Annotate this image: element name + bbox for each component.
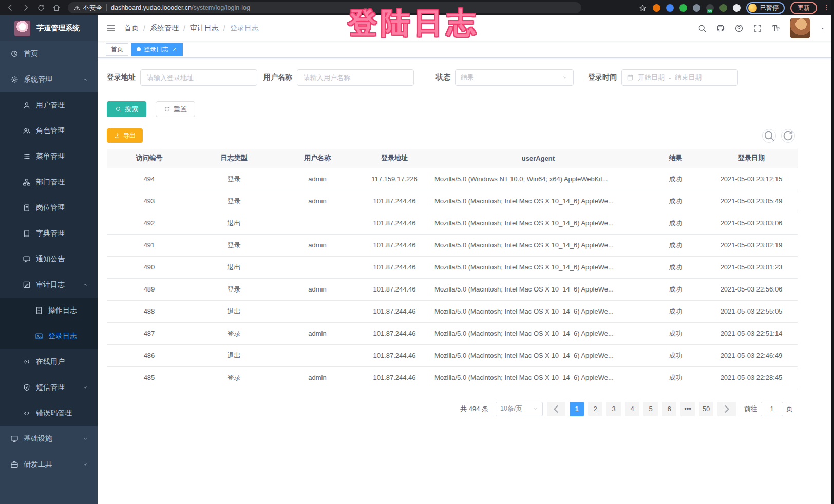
list-extension-icon[interactable]: on	[706, 4, 714, 12]
search-button[interactable]: 搜索	[107, 101, 146, 117]
table-cell: 2021-05-03 23:03:06	[705, 212, 798, 234]
refresh-table-button[interactable]	[781, 129, 795, 143]
reload-icon[interactable]	[37, 4, 45, 12]
page-button-2[interactable]: 2	[588, 402, 602, 416]
sidebar-item-tree[interactable]: 部门管理	[0, 169, 98, 195]
sidebar-item-gear[interactable]: 系统管理	[0, 67, 98, 92]
reset-button[interactable]: 重置	[156, 101, 195, 117]
tag-item[interactable]: 首页	[106, 43, 128, 56]
table-row[interactable]: 486退出101.87.244.46Mozilla/5.0 (Macintosh…	[107, 344, 798, 366]
page-button-4[interactable]: 4	[625, 402, 639, 416]
user-avatar[interactable]	[790, 18, 810, 38]
orange-extension-icon[interactable]	[653, 4, 660, 12]
hamburger-icon[interactable]	[106, 23, 116, 33]
infra-icon	[10, 435, 18, 443]
page-button-6[interactable]: 6	[662, 402, 676, 416]
goto-label: 前往	[744, 404, 757, 414]
announce-icon	[23, 255, 31, 263]
sidebar-item-dict[interactable]: 字典管理	[0, 221, 98, 246]
blue-gem-extension-icon[interactable]	[666, 4, 674, 12]
grid-extension-icon[interactable]	[693, 4, 700, 12]
table-row[interactable]: 494登录admin117.159.17.226Mozilla/5.0 (Win…	[107, 168, 798, 190]
home-icon[interactable]	[52, 4, 61, 12]
table-row[interactable]: 491登录admin101.87.244.46Mozilla/5.0 (Maci…	[107, 234, 798, 256]
table-cell: 101.87.244.46	[358, 300, 430, 322]
page-size-select[interactable]: 10条/页	[496, 402, 543, 416]
forward-icon[interactable]	[22, 4, 30, 12]
help-icon[interactable]	[734, 24, 744, 33]
app-logo-row[interactable]: 芋道管理系统	[0, 15, 98, 41]
table-row[interactable]: 492退出101.87.244.46Mozilla/5.0 (Macintosh…	[107, 212, 798, 234]
table-cell: 490	[107, 256, 192, 278]
export-button[interactable]: 导出	[107, 128, 143, 143]
table-cell: 489	[107, 278, 192, 300]
github-icon[interactable]	[716, 24, 725, 33]
sidebar-item-menu-list[interactable]: 菜单管理	[0, 144, 98, 169]
sidebar-item-online[interactable]: 在线用户	[0, 349, 98, 375]
sidebar-item-code[interactable]: 错误码管理	[0, 400, 98, 426]
window-edge-scrollbar[interactable]	[831, 0, 834, 504]
table-row[interactable]: 488退出101.87.244.46Mozilla/5.0 (Macintosh…	[107, 300, 798, 322]
login-address-input[interactable]	[140, 69, 257, 86]
search-form: 登录地址 用户名称 状态 结果 登录时间 开始日期 - 结束日期	[107, 69, 834, 86]
browser-menu-icon[interactable]	[823, 4, 830, 12]
sidebar-item-sms[interactable]: 短信管理	[0, 375, 98, 400]
sidebar-item-audit[interactable]: 审计日志	[0, 272, 98, 298]
breadcrumb-item[interactable]: 首页	[124, 24, 139, 33]
sidebar-item-infra[interactable]: 基础设施	[0, 426, 98, 452]
tag-label: 首页	[111, 45, 123, 54]
goto-page-input[interactable]	[761, 402, 783, 416]
dark-green-extension-icon[interactable]	[719, 4, 727, 12]
puzzle-extension-icon[interactable]	[733, 4, 741, 12]
font-size-icon[interactable]	[771, 24, 781, 33]
sidebar-item-tools[interactable]: 研发工具	[0, 452, 98, 477]
more-pages-button[interactable]: •••	[680, 402, 695, 416]
next-page-button[interactable]	[717, 402, 736, 416]
username-input[interactable]	[297, 69, 414, 86]
breadcrumb-item[interactable]: 系统管理	[150, 24, 179, 33]
refresh-icon	[164, 106, 170, 112]
page-button-3[interactable]: 3	[606, 402, 621, 416]
back-icon[interactable]	[6, 4, 14, 12]
table-row[interactable]: 487登录admin101.87.244.46Mozilla/5.0 (Maci…	[107, 322, 798, 344]
prev-page-button[interactable]	[547, 402, 565, 416]
chevron-down-icon	[82, 461, 88, 468]
sidebar-item-badge[interactable]: 岗位管理	[0, 195, 98, 221]
table-row[interactable]: 489登录admin101.87.244.46Mozilla/5.0 (Maci…	[107, 278, 798, 300]
table-cell: Mozilla/5.0 (Macintosh; Intel Mac OS X 1…	[430, 234, 646, 256]
sidebar-item-announce[interactable]: 通知公告	[0, 246, 98, 272]
active-dot-icon	[137, 47, 141, 51]
bookmark-star-icon[interactable]	[638, 4, 647, 12]
table-row[interactable]: 493登录admin101.87.244.46Mozilla/5.0 (Maci…	[107, 190, 798, 212]
sidebar-item-dashboard[interactable]: 首页	[0, 41, 98, 67]
page-button-50[interactable]: 50	[699, 402, 713, 416]
sidebar-item-image[interactable]: 登录日志	[0, 323, 98, 349]
browser-update-button[interactable]: 更新	[790, 2, 817, 14]
status-select[interactable]: 结果	[455, 69, 574, 86]
table-row[interactable]: 490退出101.87.244.46Mozilla/5.0 (Macintosh…	[107, 256, 798, 278]
breadcrumb-item[interactable]: 审计日志	[190, 24, 219, 33]
table-cell	[276, 300, 358, 322]
login-time-range-picker[interactable]: 开始日期 - 结束日期	[621, 69, 738, 86]
login-log-table: 访问编号日志类型用户名称登录地址userAgent结果登录日期 494登录adm…	[107, 149, 798, 389]
page-button-1[interactable]: 1	[570, 402, 584, 416]
profile-paused-pill[interactable]: 已暂停	[746, 2, 785, 14]
security-warning[interactable]: 不安全	[74, 4, 102, 12]
sidebar-item-users[interactable]: 角色管理	[0, 118, 98, 144]
tag-active[interactable]: 登录日志	[131, 43, 183, 56]
sidebar-item-user[interactable]: 用户管理	[0, 92, 98, 118]
sidebar-item-doc[interactable]: 操作日志	[0, 298, 98, 323]
table-row[interactable]: 485登录admin101.87.244.46Mozilla/5.0 (Maci…	[107, 366, 798, 389]
page-button-5[interactable]: 5	[643, 402, 658, 416]
table-cell: Mozilla/5.0 (Macintosh; Intel Mac OS X 1…	[430, 256, 646, 278]
end-date-placeholder: 结束日期	[675, 73, 702, 82]
table-cell: Mozilla/5.0 (Macintosh; Intel Mac OS X 1…	[430, 278, 646, 300]
close-icon[interactable]	[172, 46, 178, 52]
search-icon[interactable]	[697, 24, 707, 33]
caret-down-icon[interactable]	[820, 25, 826, 31]
breadcrumb-separator: /	[183, 24, 185, 32]
toggle-search-button[interactable]	[762, 129, 776, 143]
fullscreen-icon[interactable]	[753, 24, 762, 33]
green-circle-extension-icon[interactable]	[679, 4, 687, 12]
address-bar[interactable]: 不安全 dashboard.yudao.iocoder.cn/system/lo…	[68, 2, 581, 13]
